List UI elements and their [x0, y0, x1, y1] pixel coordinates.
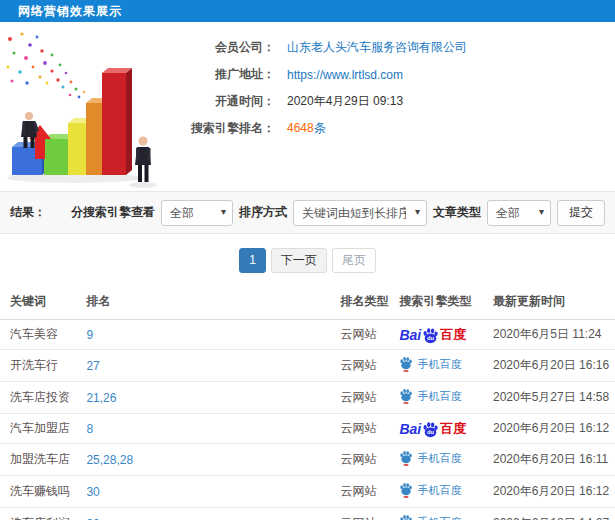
page: 网络营销效果展示 — [0, 0, 615, 520]
update-time-cell: 2020年6月5日 11:24 — [493, 320, 615, 350]
mobile-baidu-logo: 手机百度 — [399, 356, 461, 372]
ranking-count-suffix: 条 — [314, 121, 326, 135]
rank-type-cell: 云网站 — [341, 414, 400, 444]
rank-cell[interactable]: 27 — [86, 350, 340, 382]
table-row: 洗车店利润 30 云网站 Bai du 百度 — [0, 508, 615, 520]
update-time-cell: 2020年6月20日 16:12 — [493, 414, 615, 444]
baidu-logo: Bai du 百度 — [399, 421, 466, 436]
header-rank: 排名 — [86, 285, 340, 320]
company-label: 会员公司： — [183, 39, 275, 56]
table-row: 洗车店投资 21,26 云网站 Bai du 百度 — [0, 382, 615, 414]
filter-bar: 结果： 分搜索引擎查看 全部 排序方式 关键词由短到长排序 文章类型 全部 提交 — [0, 191, 615, 234]
rank-type-cell: 云网站 — [341, 508, 400, 520]
mobile-baidu-logo: 手机百度 — [399, 388, 461, 404]
company-info: 会员公司： 山东老人头汽车服务咨询有限公司 推广地址： https://www.… — [183, 34, 467, 142]
table-row: 加盟洗车店 25,28,28 云网站 Bai du 百度 — [0, 444, 615, 476]
info-section: 会员公司： 山东老人头汽车服务咨询有限公司 推广地址： https://www.… — [0, 22, 615, 191]
engine-cell: Bai du 百度 — [399, 320, 493, 350]
keyword-cell: 开洗车行 — [0, 350, 86, 382]
results-table-body: 汽车美容 9 云网站 Bai du 百度 — [0, 320, 615, 520]
update-time-cell: 2020年6月18日 14:27 — [493, 508, 615, 520]
mobile-baidu-logo: 手机百度 — [399, 482, 461, 498]
header-keyword: 关键词 — [0, 285, 86, 320]
rank-cell[interactable]: 25,28,28 — [86, 444, 340, 476]
result-label: 结果： — [10, 204, 46, 221]
rank-type-cell: 云网站 — [341, 350, 400, 382]
keyword-cell: 洗车赚钱吗 — [0, 476, 86, 508]
table-row: 汽车美容 9 云网站 Bai du 百度 — [0, 320, 615, 350]
svg-text:du: du — [427, 429, 434, 435]
engine-cell: Bai du 百度 — [399, 414, 493, 444]
results-table: 关键词 排名 排名类型 搜索引擎类型 最新更新时间 汽车美容 9 云网站 Bai — [0, 285, 615, 520]
keyword-cell: 洗车店利润 — [0, 508, 86, 520]
rank-type-cell: 云网站 — [341, 382, 400, 414]
rank-type-cell: 云网站 — [341, 476, 400, 508]
rank-cell[interactable]: 21,26 — [86, 382, 340, 414]
sort-filter-select[interactable]: 关键词由短到长排序 — [294, 201, 426, 225]
table-row: 汽车加盟店 8 云网站 Bai du 百度 — [0, 414, 615, 444]
info-row-company: 会员公司： 山东老人头汽车服务咨询有限公司 — [183, 34, 467, 61]
table-row: 洗车赚钱吗 30 云网站 Bai du 百度 — [0, 476, 615, 508]
ranking-count-number: 4648 — [287, 121, 314, 135]
table-header-row: 关键词 排名 排名类型 搜索引擎类型 最新更新时间 — [0, 285, 615, 320]
rank-type-cell: 云网站 — [341, 444, 400, 476]
update-time-cell: 2020年6月20日 16:16 — [493, 350, 615, 382]
engine-filter-select[interactable]: 全部 — [162, 201, 232, 225]
mobile-baidu-paw-icon — [399, 388, 413, 404]
rank-cell[interactable]: 9 — [86, 320, 340, 350]
engine-cell: Bai du 百度 — [399, 382, 493, 414]
svg-text:du: du — [427, 335, 434, 341]
company-link[interactable]: 山东老人头汽车服务咨询有限公司 — [287, 39, 467, 56]
ranking-count-value: 4648条 — [287, 120, 326, 137]
engine-cell: Bai du 百度 — [399, 508, 493, 520]
engine-cell: Bai du 百度 — [399, 444, 493, 476]
engine-cell: Bai du 百度 — [399, 350, 493, 382]
rank-type-cell: 云网站 — [341, 320, 400, 350]
open-time-label: 开通时间： — [183, 93, 275, 110]
mobile-baidu-paw-icon — [399, 450, 413, 466]
keyword-cell: 汽车美容 — [0, 320, 86, 350]
baidu-paw-icon: du — [422, 327, 439, 344]
person-right-figure — [135, 137, 151, 183]
keyword-cell: 汽车加盟店 — [0, 414, 86, 444]
next-page-button[interactable]: 下一页 — [271, 248, 327, 273]
baidu-logo: Bai du 百度 — [399, 327, 466, 342]
keyword-cell: 加盟洗车店 — [0, 444, 86, 476]
url-label: 推广地址： — [183, 66, 275, 83]
rank-cell[interactable]: 30 — [86, 476, 340, 508]
engine-cell: Bai du 百度 — [399, 476, 493, 508]
rank-cell[interactable]: 30 — [86, 508, 340, 520]
update-time-cell: 2020年6月20日 16:11 — [493, 444, 615, 476]
last-page-button[interactable]: 尾页 — [332, 248, 376, 273]
bar-chart-illustration — [0, 25, 175, 191]
article-type-label: 文章类型 — [433, 204, 481, 221]
engine-filter-label: 分搜索引擎查看 — [71, 204, 155, 221]
header-update-time: 最新更新时间 — [493, 285, 615, 320]
page-title: 网络营销效果展示 — [0, 0, 615, 22]
mobile-baidu-paw-icon — [399, 514, 413, 520]
mobile-baidu-logo: 手机百度 — [399, 514, 461, 520]
header-rank-type: 排名类型 — [341, 285, 400, 320]
table-row: 开洗车行 27 云网站 Bai du 百度 — [0, 350, 615, 382]
header-engine-type: 搜索引擎类型 — [399, 285, 493, 320]
update-time-cell: 2020年6月20日 16:12 — [493, 476, 615, 508]
rank-cell[interactable]: 8 — [86, 414, 340, 444]
mobile-baidu-paw-icon — [399, 482, 413, 498]
open-time-value: 2020年4月29日 09:13 — [287, 93, 403, 110]
article-type-select[interactable]: 全部 — [488, 201, 550, 225]
submit-button[interactable]: 提交 — [557, 200, 605, 226]
mobile-baidu-logo: 手机百度 — [399, 450, 461, 466]
ranking-count-label: 搜索引擎排名： — [183, 120, 275, 137]
mobile-baidu-paw-icon — [399, 356, 413, 372]
info-row-ranking-count: 搜索引擎排名： 4648条 — [183, 115, 467, 142]
promotion-url-link[interactable]: https://www.lrtlsd.com — [287, 68, 403, 82]
sort-filter-label: 排序方式 — [239, 204, 287, 221]
info-row-opened: 开通时间： 2020年4月29日 09:13 — [183, 88, 467, 115]
pagination: 1 下一页 尾页 — [0, 234, 615, 285]
info-row-url: 推广地址： https://www.lrtlsd.com — [183, 61, 467, 88]
page-1-button[interactable]: 1 — [239, 248, 266, 273]
keyword-cell: 洗车店投资 — [0, 382, 86, 414]
update-time-cell: 2020年5月27日 14:58 — [493, 382, 615, 414]
baidu-paw-icon: du — [422, 421, 439, 438]
